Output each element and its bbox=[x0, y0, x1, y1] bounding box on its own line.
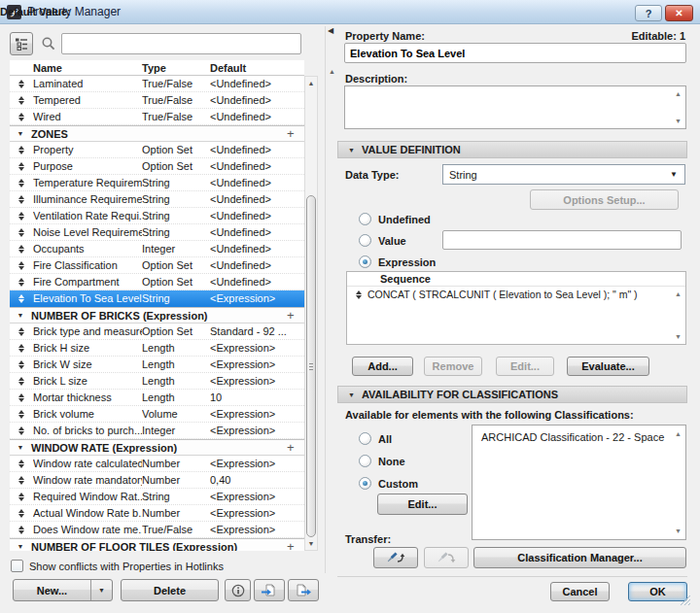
scrollbar-thumb[interactable] bbox=[306, 195, 316, 537]
reorder-icon[interactable] bbox=[10, 228, 33, 237]
reorder-icon[interactable] bbox=[10, 146, 33, 154]
property-list[interactable]: LaminatedTrue/False<Undefined>TemperedTr… bbox=[10, 76, 304, 551]
list-scrollbar[interactable]: ▲ ▼ bbox=[304, 76, 318, 551]
scroll-up-icon[interactable]: ▲ bbox=[675, 290, 682, 297]
group-collapse-icon[interactable]: ▼ bbox=[18, 444, 24, 451]
ok-button[interactable]: OK bbox=[628, 582, 687, 601]
group-collapse-icon[interactable]: ▼ bbox=[18, 543, 24, 550]
radio-none[interactable] bbox=[359, 455, 371, 467]
radio-none-label[interactable]: None bbox=[378, 456, 405, 467]
new-dropdown-arrow-icon[interactable]: ▼ bbox=[90, 580, 112, 600]
add-property-icon[interactable]: + bbox=[287, 126, 304, 141]
show-conflicts-checkbox[interactable] bbox=[11, 560, 23, 572]
property-row[interactable]: TemperedTrue/False<Undefined> bbox=[10, 92, 304, 109]
reorder-icon[interactable] bbox=[10, 96, 33, 105]
reorder-icon[interactable] bbox=[10, 460, 33, 468]
reorder-icon[interactable] bbox=[10, 278, 33, 287]
group-collapse-icon[interactable]: ▼ bbox=[18, 312, 24, 319]
property-name-input[interactable] bbox=[344, 43, 686, 63]
group-collapse-icon[interactable]: ▼ bbox=[18, 130, 24, 137]
column-default[interactable]: Default bbox=[210, 62, 304, 74]
reorder-icon[interactable] bbox=[10, 393, 33, 402]
reorder-icon[interactable] bbox=[10, 179, 33, 187]
radio-undefined-label[interactable]: Undefined bbox=[378, 214, 431, 225]
radio-expression[interactable] bbox=[359, 255, 371, 268]
property-row[interactable]: Mortar thicknessLength10 bbox=[10, 390, 304, 406]
reorder-icon[interactable] bbox=[10, 327, 33, 336]
property-row[interactable]: Brick H sizeLength<Expression> bbox=[10, 340, 304, 357]
reorder-icon[interactable] bbox=[10, 344, 33, 353]
classification-manager-button[interactable]: Classification Manager... bbox=[473, 547, 686, 568]
radio-all-label[interactable]: All bbox=[378, 433, 392, 445]
radio-undefined[interactable] bbox=[359, 213, 371, 225]
edit-classifications-button[interactable]: Edit... bbox=[377, 494, 468, 515]
import-properties-button[interactable] bbox=[254, 579, 285, 601]
property-group-row[interactable]: ▼NUMBER OF FLOOR TILES (Expression)+ bbox=[10, 538, 304, 551]
radio-custom-label[interactable]: Custom bbox=[378, 478, 418, 490]
property-row[interactable]: Illuminance Requireme...String<Undefined… bbox=[10, 191, 304, 208]
radio-all[interactable] bbox=[359, 432, 371, 445]
property-row[interactable]: Noise Level RequirementString<Undefined> bbox=[10, 224, 304, 241]
scrollbar-up-button[interactable]: ▲ bbox=[305, 77, 317, 89]
new-button[interactable]: New... ▼ bbox=[13, 579, 113, 601]
scrollbar-down-button[interactable]: ▼ bbox=[305, 537, 317, 550]
titlebar[interactable]: Property Manager ? ✕ bbox=[0, 0, 700, 24]
radio-value-label[interactable]: Value bbox=[378, 235, 406, 247]
property-row[interactable]: PurposeOption Set<Undefined> bbox=[10, 158, 304, 175]
reorder-icon[interactable] bbox=[10, 261, 33, 270]
sequence-row[interactable]: CONCAT ( STRCALCUNIT ( Elevation to Sea … bbox=[347, 287, 685, 302]
reorder-icon[interactable] bbox=[10, 360, 33, 369]
tree-view-toggle-button[interactable] bbox=[10, 32, 33, 55]
cancel-button[interactable]: Cancel bbox=[550, 582, 610, 601]
property-row[interactable]: OccupantsInteger<Undefined> bbox=[10, 241, 304, 257]
reorder-icon[interactable] bbox=[10, 426, 33, 435]
column-name[interactable]: Name bbox=[33, 62, 142, 74]
property-group-row[interactable]: ▼NUMBER OF BRICKS (Expression)+ bbox=[10, 307, 304, 324]
reorder-icon[interactable] bbox=[10, 162, 33, 171]
property-row[interactable]: Brick L sizeLength<Expression> bbox=[10, 373, 304, 390]
radio-expression-label[interactable]: Expression bbox=[378, 256, 436, 268]
property-row[interactable]: Fire CompartmentOption Set<Undefined> bbox=[10, 274, 304, 290]
property-row[interactable]: Brick volumeVolume<Expression> bbox=[10, 406, 304, 423]
close-button[interactable]: ✕ bbox=[665, 5, 693, 21]
property-row[interactable]: Window rate mandatoryNumber0,40 bbox=[10, 472, 304, 489]
expression-sequence-box[interactable]: Sequence CONCAT ( STRCALCUNIT ( Elevatio… bbox=[346, 271, 686, 345]
property-row[interactable]: Brick W sizeLength<Expression> bbox=[10, 357, 304, 373]
delete-button[interactable]: Delete bbox=[121, 579, 219, 601]
export-properties-button[interactable] bbox=[288, 579, 319, 601]
search-input[interactable] bbox=[61, 33, 301, 54]
data-type-dropdown[interactable]: String ▼ bbox=[442, 164, 685, 185]
radio-value[interactable] bbox=[359, 234, 371, 247]
property-row[interactable]: Window rate calculatedNumber<Expression> bbox=[10, 456, 304, 472]
property-row[interactable]: Brick type and measuresOption SetStandar… bbox=[10, 324, 304, 340]
list-column-headers[interactable]: Name Type Default bbox=[10, 60, 304, 76]
reorder-icon[interactable] bbox=[10, 509, 33, 518]
property-row[interactable]: Required Window Rat...String<Expression> bbox=[10, 489, 304, 505]
scroll-up-icon[interactable]: ▲ bbox=[675, 430, 682, 437]
reorder-icon[interactable] bbox=[10, 113, 33, 121]
property-row[interactable]: PropertyOption Set<Undefined> bbox=[10, 142, 304, 158]
scroll-down-icon[interactable]: ▼ bbox=[675, 528, 682, 534]
reorder-icon[interactable] bbox=[10, 245, 33, 254]
availability-section-header[interactable]: ▼ AVAILABILITY FOR CLASSIFICATIONS bbox=[337, 386, 687, 403]
scroll-down-icon[interactable]: ▼ bbox=[675, 118, 682, 124]
column-type[interactable]: Type bbox=[142, 62, 210, 74]
reorder-icon[interactable] bbox=[10, 212, 33, 221]
reorder-icon[interactable] bbox=[10, 493, 33, 501]
pick-up-settings-button[interactable] bbox=[373, 547, 418, 568]
property-row[interactable]: Fire ClassificationOption Set<Undefined> bbox=[10, 257, 304, 274]
info-button[interactable] bbox=[225, 579, 251, 601]
value-definition-section-header[interactable]: ▼ VALUE DEFINITION bbox=[337, 141, 687, 158]
property-row[interactable]: Temperature Requirem...String<Undefined> bbox=[10, 175, 304, 191]
reorder-icon[interactable] bbox=[10, 377, 33, 386]
property-row[interactable]: LaminatedTrue/False<Undefined> bbox=[10, 76, 304, 92]
property-row[interactable]: Actual Window Rate b...Number<Expression… bbox=[10, 505, 304, 522]
add-property-icon[interactable]: + bbox=[287, 539, 304, 551]
property-group-row[interactable]: ▼ZONES+ bbox=[10, 125, 304, 142]
panel-scroll-up-icon[interactable]: ▲ bbox=[329, 68, 335, 75]
collapse-panel-icon[interactable]: ◀ bbox=[328, 26, 333, 35]
panel-divider[interactable] bbox=[325, 26, 326, 573]
resize-grip[interactable] bbox=[681, 596, 690, 605]
property-row[interactable]: Ventilation Rate Requi...String<Undefine… bbox=[10, 208, 304, 224]
reorder-icon[interactable] bbox=[10, 195, 33, 204]
